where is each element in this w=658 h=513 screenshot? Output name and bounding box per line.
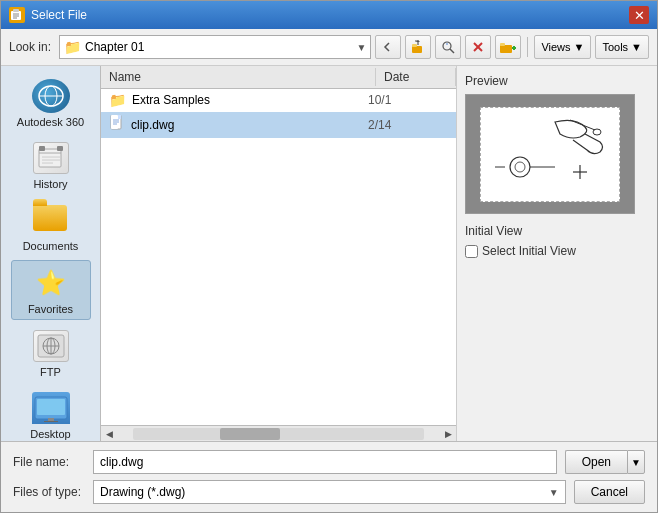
tools-label: Tools <box>602 41 628 53</box>
sidebar-item-history[interactable]: History <box>11 136 91 194</box>
history-label: History <box>33 178 67 190</box>
column-name[interactable]: Name <box>101 68 376 86</box>
tools-dropdown-icon: ▼ <box>631 41 642 53</box>
desktop-icon <box>31 390 71 426</box>
svg-rect-1 <box>13 9 19 12</box>
sidebar-item-documents[interactable]: Documents <box>11 198 91 256</box>
select-initial-view-label: Select Initial View <box>482 244 576 258</box>
sidebar-item-ftp[interactable]: FTP <box>11 324 91 382</box>
current-folder-text: Chapter 01 <box>85 40 352 54</box>
files-of-type-row: Files of type: Drawing (*.dwg) ▼ Cancel <box>13 480 645 504</box>
svg-rect-12 <box>500 45 512 53</box>
scrollbar-track <box>133 428 424 440</box>
autodesk360-icon <box>31 78 71 114</box>
sidebar-item-favorites[interactable]: ⭐ Favorites <box>11 260 91 320</box>
close-button[interactable]: ✕ <box>629 6 649 24</box>
scroll-right-button[interactable]: ▶ <box>440 426 456 442</box>
svg-rect-20 <box>39 146 45 151</box>
delete-button[interactable] <box>465 35 491 59</box>
scrollbar-thumb[interactable] <box>220 428 280 440</box>
ftp-icon <box>31 328 71 364</box>
files-of-type-label: Files of type: <box>13 485 93 499</box>
file-row-extra-samples[interactable]: 📁 Extra Samples 10/1 <box>101 89 456 112</box>
views-button[interactable]: Views ▼ <box>534 35 591 59</box>
file-name-input[interactable] <box>93 450 557 474</box>
svg-line-8 <box>450 49 454 53</box>
initial-view-label: Initial View <box>465 224 649 238</box>
filetype-combo-arrow: ▼ <box>549 487 559 498</box>
title-bar: Select File ✕ <box>1 1 657 29</box>
preview-box <box>465 94 635 214</box>
favorites-icon: ⭐ <box>31 265 71 301</box>
svg-point-42 <box>510 157 530 177</box>
tools-button[interactable]: Tools ▼ <box>595 35 649 59</box>
open-dropdown-arrow-button[interactable]: ▼ <box>627 450 645 474</box>
select-file-dialog: Select File ✕ Look in: 📁 Chapter 01 ▼ <box>0 0 658 513</box>
open-button[interactable]: Open <box>565 450 627 474</box>
views-label: Views <box>541 41 570 53</box>
scroll-left-button[interactable]: ◀ <box>101 426 117 442</box>
horizontal-scrollbar[interactable]: ◀ ▶ <box>101 425 456 441</box>
svg-point-9 <box>446 43 448 45</box>
combo-dropdown-arrow: ▼ <box>356 42 366 53</box>
look-in-combo[interactable]: 📁 Chapter 01 ▼ <box>59 35 371 59</box>
create-folder-button[interactable] <box>495 35 521 59</box>
autodesk360-label: Autodesk 360 <box>17 116 84 128</box>
documents-icon <box>31 202 71 238</box>
up-folder-button[interactable] <box>405 35 431 59</box>
sidebar-item-desktop[interactable]: Desktop <box>11 386 91 441</box>
svg-rect-21 <box>57 146 63 151</box>
preview-image <box>480 107 620 202</box>
search-web-button[interactable] <box>435 35 461 59</box>
file-name-label: File name: <box>13 455 93 469</box>
toolbar-separator <box>527 37 528 57</box>
dialog-title: Select File <box>31 8 87 22</box>
back-button[interactable] <box>375 35 401 59</box>
file-list-area: Name Date 📁 Extra Samples 10/1 <box>101 66 457 441</box>
select-initial-view-row: Select Initial View <box>465 244 649 258</box>
svg-point-43 <box>515 162 525 172</box>
file-date-clip-dwg: 2/14 <box>368 118 448 132</box>
dialog-icon <box>9 7 25 23</box>
file-list-header: Name Date <box>101 66 456 89</box>
title-bar-left: Select File <box>9 7 87 23</box>
folder-icon: 📁 <box>64 39 81 55</box>
svg-rect-32 <box>37 399 65 415</box>
svg-marker-37 <box>118 115 121 119</box>
svg-rect-34 <box>44 421 58 422</box>
file-date-extra-samples: 10/1 <box>368 93 448 107</box>
svg-rect-13 <box>500 43 505 46</box>
favorites-label: Favorites <box>28 303 73 315</box>
look-in-label: Look in: <box>9 40 51 54</box>
svg-point-41 <box>593 129 601 135</box>
main-content: Autodesk 360 <box>1 66 657 441</box>
select-initial-view-checkbox[interactable] <box>465 245 478 258</box>
bottom-bar: File name: Open ▼ Files of type: Drawing… <box>1 441 657 512</box>
cancel-button[interactable]: Cancel <box>574 480 645 504</box>
desktop-label: Desktop <box>30 428 70 440</box>
toolbar: Look in: 📁 Chapter 01 ▼ <box>1 29 657 66</box>
ftp-label: FTP <box>40 366 61 378</box>
history-icon <box>31 140 71 176</box>
sidebar: Autodesk 360 <box>1 66 101 441</box>
folder-file-icon: 📁 <box>109 92 126 108</box>
files-of-type-value: Drawing (*.dwg) <box>100 485 185 499</box>
documents-label: Documents <box>23 240 79 252</box>
file-row-clip-dwg[interactable]: clip.dwg 2/14 <box>101 112 456 138</box>
preview-area: Preview <box>457 66 657 441</box>
column-date[interactable]: Date <box>376 68 456 86</box>
file-name-extra-samples: Extra Samples <box>132 93 368 107</box>
svg-rect-5 <box>412 46 422 53</box>
preview-label: Preview <box>465 74 649 88</box>
file-name-clip-dwg: clip.dwg <box>131 118 368 132</box>
open-btn-group: Open ▼ <box>565 450 645 474</box>
views-dropdown-icon: ▼ <box>574 41 585 53</box>
files-of-type-combo[interactable]: Drawing (*.dwg) ▼ <box>93 480 566 504</box>
dwg-file-icon <box>109 115 125 134</box>
sidebar-item-autodesk360[interactable]: Autodesk 360 <box>11 74 91 132</box>
svg-rect-19 <box>39 149 61 167</box>
file-list-body: 📁 Extra Samples 10/1 <box>101 89 456 425</box>
file-name-row: File name: Open ▼ <box>13 450 645 474</box>
svg-rect-6 <box>412 44 417 47</box>
